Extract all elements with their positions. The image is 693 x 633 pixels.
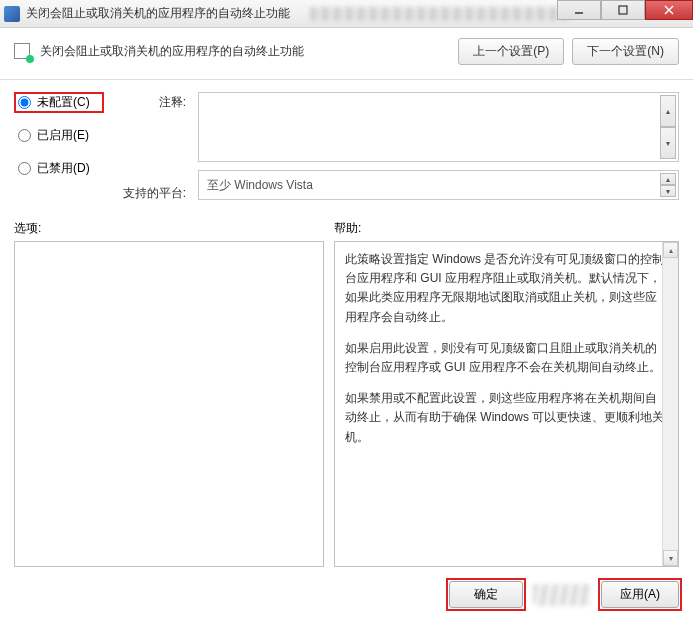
help-label: 帮助:	[334, 220, 679, 237]
radio-not-configured[interactable]: 未配置(C)	[14, 92, 104, 113]
scrollbar[interactable]: ▴ ▾	[662, 242, 678, 566]
window-title: 关闭会阻止或取消关机的应用程序的自动终止功能	[26, 5, 290, 22]
radio-enabled-label: 已启用(E)	[37, 127, 89, 144]
help-paragraph: 如果禁用或不配置此设置，则这些应用程序将在关机期间自动终止，从而有助于确保 Wi…	[345, 389, 668, 447]
cancel-button-obscured[interactable]	[533, 584, 591, 606]
options-label: 选项:	[14, 220, 334, 237]
radio-disabled-label: 已禁用(D)	[37, 160, 90, 177]
chevron-up-icon[interactable]: ▴	[660, 95, 676, 127]
radio-not-configured-input[interactable]	[18, 96, 31, 109]
chevron-down-icon[interactable]: ▾	[660, 127, 676, 159]
prev-setting-button[interactable]: 上一个设置(P)	[458, 38, 564, 65]
ok-button[interactable]: 确定	[449, 581, 523, 608]
supported-value: 至少 Windows Vista	[207, 178, 313, 192]
chevron-up-icon[interactable]: ▴	[660, 173, 676, 185]
comment-textarea[interactable]: ▴ ▾	[198, 92, 679, 162]
svg-rect-1	[619, 6, 627, 14]
titlebar-extra	[310, 7, 570, 21]
minimize-button[interactable]	[557, 0, 601, 20]
apply-button[interactable]: 应用(A)	[601, 581, 679, 608]
help-paragraph: 此策略设置指定 Windows 是否允许没有可见顶级窗口的控制台应用程序和 GU…	[345, 250, 668, 327]
radio-enabled[interactable]: 已启用(E)	[14, 125, 104, 146]
radio-enabled-input[interactable]	[18, 129, 31, 142]
scroll-up-icon[interactable]: ▴	[663, 242, 678, 258]
radio-disabled[interactable]: 已禁用(D)	[14, 158, 104, 179]
page-title: 关闭会阻止或取消关机的应用程序的自动终止功能	[40, 43, 458, 60]
app-icon	[4, 6, 20, 22]
footer: 确定 应用(A)	[0, 575, 693, 618]
close-button[interactable]	[645, 0, 693, 20]
maximize-button[interactable]	[601, 0, 645, 20]
chevron-down-icon[interactable]: ▾	[660, 185, 676, 197]
comment-label: 注释:	[116, 94, 186, 111]
help-paragraph: 如果启用此设置，则没有可见顶级窗口且阻止或取消关机的控制台应用程序或 GUI 应…	[345, 339, 668, 377]
comment-spinner[interactable]: ▴ ▾	[660, 95, 676, 159]
supported-spinner[interactable]: ▴ ▾	[660, 173, 676, 197]
next-setting-button[interactable]: 下一个设置(N)	[572, 38, 679, 65]
radio-not-configured-label: 未配置(C)	[37, 94, 90, 111]
policy-icon	[14, 43, 32, 61]
titlebar: 关闭会阻止或取消关机的应用程序的自动终止功能	[0, 0, 693, 28]
scroll-down-icon[interactable]: ▾	[663, 550, 678, 566]
help-pane: 此策略设置指定 Windows 是否允许没有可见顶级窗口的控制台应用程序和 GU…	[334, 241, 679, 567]
radio-disabled-input[interactable]	[18, 162, 31, 175]
header: 关闭会阻止或取消关机的应用程序的自动终止功能 上一个设置(P) 下一个设置(N)	[0, 28, 693, 80]
options-pane	[14, 241, 324, 567]
supported-field: 至少 Windows Vista ▴ ▾	[198, 170, 679, 200]
supported-label: 支持的平台:	[116, 185, 186, 202]
